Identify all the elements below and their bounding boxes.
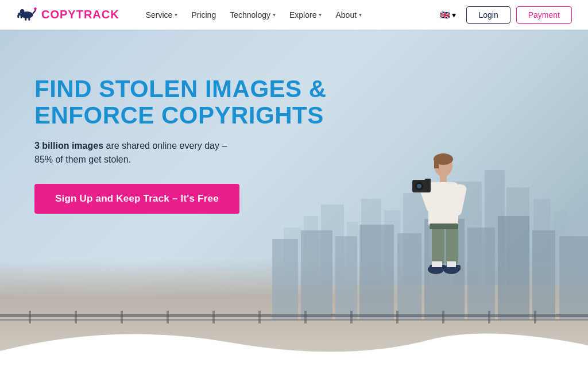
svg-rect-62: [432, 261, 442, 267]
logo-text: COPYTRACK: [41, 8, 119, 21]
svg-rect-35: [75, 311, 77, 323]
svg-rect-36: [121, 311, 123, 323]
svg-rect-32: [0, 314, 588, 317]
svg-rect-59: [430, 223, 458, 229]
payment-button[interactable]: Payment: [516, 6, 572, 24]
hero-content: FIND STOLEN IMAGES & ENFORCE COPYRIGHTS …: [34, 76, 327, 214]
svg-rect-42: [396, 311, 399, 323]
svg-rect-5: [21, 15, 22, 18]
svg-rect-4: [28, 17, 30, 21]
nav-explore[interactable]: Explore ▾: [284, 7, 327, 23]
nav-about[interactable]: About ▾: [330, 7, 368, 23]
wave-cutout: [0, 317, 588, 374]
explore-chevron-icon: ▾: [319, 11, 322, 18]
svg-rect-31: [559, 236, 588, 319]
svg-rect-29: [498, 216, 529, 319]
svg-rect-48: [434, 158, 439, 168]
hero-subtitle: 3 billion images are shared online every…: [34, 139, 327, 167]
svg-rect-39: [258, 311, 261, 323]
svg-rect-57: [432, 225, 444, 265]
login-button[interactable]: Login: [466, 6, 510, 24]
nav-pricing[interactable]: Pricing: [185, 7, 222, 23]
technology-chevron-icon: ▾: [273, 11, 276, 18]
svg-rect-38: [212, 311, 215, 323]
svg-rect-24: [335, 236, 357, 319]
navbar: COPYTRACK Service ▾ Pricing Technology ▾…: [0, 0, 588, 30]
about-chevron-icon: ▾: [359, 11, 362, 18]
svg-rect-44: [488, 311, 490, 323]
svg-rect-49: [440, 175, 447, 183]
svg-rect-30: [532, 230, 555, 319]
svg-rect-33: [0, 319, 588, 321]
svg-rect-45: [534, 311, 536, 323]
svg-point-55: [417, 184, 421, 188]
svg-rect-6: [17, 14, 19, 18]
svg-rect-65: [447, 261, 456, 267]
nav-links: Service ▾ Pricing Technology ▾ Explore ▾…: [140, 7, 436, 23]
svg-rect-37: [167, 311, 169, 323]
signup-cta-button[interactable]: Sign Up and Keep Track – It's Free: [34, 184, 239, 214]
logo-icon: [16, 7, 38, 23]
photographer-figure: [404, 150, 473, 317]
svg-rect-40: [304, 311, 307, 323]
language-selector[interactable]: 🇬🇧 ▾: [435, 8, 461, 22]
hero-section: FIND STOLEN IMAGES & ENFORCE COPYRIGHTS …: [0, 30, 588, 374]
svg-point-7: [34, 7, 37, 10]
hero-title: FIND STOLEN IMAGES & ENFORCE COPYRIGHTS: [34, 76, 327, 129]
svg-rect-34: [29, 311, 31, 323]
svg-rect-25: [359, 225, 394, 319]
svg-rect-56: [425, 179, 431, 183]
svg-point-1: [21, 11, 33, 18]
svg-rect-23: [301, 230, 332, 319]
language-chevron-icon: ▾: [452, 10, 456, 20]
flag-icon: 🇬🇧: [440, 10, 450, 20]
svg-rect-58: [446, 225, 458, 265]
nav-service[interactable]: Service ▾: [140, 7, 184, 23]
svg-rect-3: [25, 17, 26, 21]
service-chevron-icon: ▾: [175, 11, 177, 18]
nav-technology[interactable]: Technology ▾: [224, 7, 281, 23]
logo[interactable]: COPYTRACK: [16, 7, 119, 23]
svg-rect-22: [272, 239, 298, 319]
svg-rect-41: [350, 311, 353, 323]
nav-right: 🇬🇧 ▾ Login Payment: [435, 6, 572, 24]
railing: [0, 311, 588, 323]
